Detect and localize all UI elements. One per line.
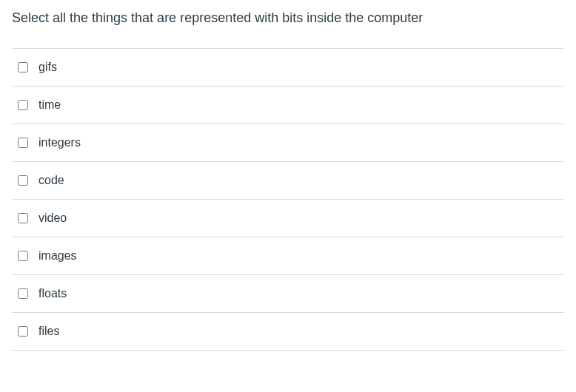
checkbox-time[interactable] [18, 100, 28, 110]
option-label: video [38, 212, 67, 225]
option-row-code[interactable]: code [12, 161, 564, 199]
option-row-integers[interactable]: integers [12, 124, 564, 161]
option-row-video[interactable]: video [12, 199, 564, 237]
option-label: integers [38, 136, 81, 149]
option-label: code [38, 174, 64, 187]
option-row-images[interactable]: images [12, 237, 564, 274]
option-row-time[interactable]: time [12, 86, 564, 124]
option-row-floats[interactable]: floats [12, 274, 564, 312]
options-list: gifs time integers code video images flo… [12, 48, 564, 351]
option-row-gifs[interactable]: gifs [12, 48, 564, 86]
option-label: floats [38, 287, 67, 300]
checkbox-floats[interactable] [18, 288, 28, 299]
checkbox-gifs[interactable] [18, 62, 28, 72]
checkbox-files[interactable] [18, 326, 28, 337]
option-label: files [38, 325, 59, 338]
checkbox-code[interactable] [18, 175, 28, 186]
option-label: images [38, 249, 77, 263]
checkbox-video[interactable] [18, 213, 28, 223]
checkbox-images[interactable] [18, 251, 28, 261]
option-label: gifs [38, 61, 57, 74]
option-label: time [38, 98, 61, 112]
checkbox-integers[interactable] [18, 138, 28, 148]
option-row-files[interactable]: files [12, 312, 564, 351]
question-prompt: Select all the things that are represent… [12, 9, 564, 27]
